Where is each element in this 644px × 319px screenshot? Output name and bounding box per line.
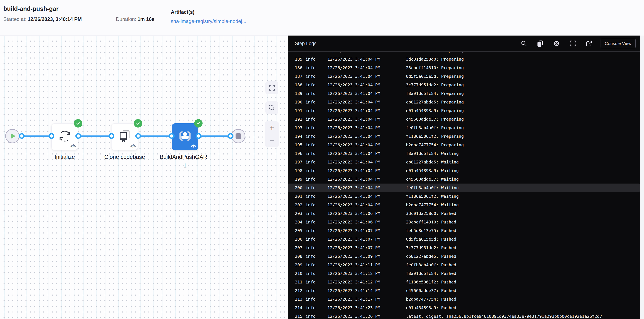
- log-row[interactable]: 201info12/26/2023 3:41:04 PMf1186e5061f2…: [288, 192, 640, 201]
- fit-view-icon: [268, 84, 276, 91]
- log-level: info: [306, 303, 316, 312]
- log-line-number: 190: [295, 100, 302, 105]
- log-row[interactable]: 200info12/26/2023 3:41:04 PMfe0fb3ab4a0f…: [288, 184, 640, 192]
- log-level: info: [306, 184, 316, 192]
- log-timestamp: 12/26/2023 3:41:04 PM: [328, 81, 380, 89]
- log-message: f1186e5061f2: Waiting: [406, 192, 459, 201]
- log-row[interactable]: 188info12/26/2023 3:41:04 PM3c777d951de2…: [288, 81, 640, 89]
- settings-gear-icon[interactable]: [553, 40, 560, 47]
- log-timestamp: 12/26/2023 3:41:04 PM: [328, 149, 380, 158]
- log-message: 23cbeff14310: Pushed: [406, 218, 456, 226]
- console-view-button[interactable]: Console View: [600, 39, 636, 48]
- log-row[interactable]: 212info12/26/2023 3:41:14 PMc45660adde37…: [288, 286, 640, 295]
- log-row[interactable]: 198info12/26/2023 3:41:04 PMe01a454893a9…: [288, 166, 640, 175]
- log-message: cb81227abde5: Waiting: [406, 158, 459, 166]
- log-level: info: [306, 226, 316, 235]
- log-row[interactable]: 213info12/26/2023 3:41:17 PMb2dba7477754…: [288, 295, 640, 303]
- log-row[interactable]: 215info12/26/2023 3:41:26 PMlatest: dige…: [288, 312, 640, 319]
- log-message: 3dc01da258d0: Pushed: [406, 209, 456, 218]
- log-message: b2dba7477754: Waiting: [406, 201, 459, 209]
- log-row[interactable]: 210info12/26/2023 3:41:12 PMf8a91dd5fc84…: [288, 269, 640, 278]
- log-timestamp: 12/26/2023 3:41:04 PM: [328, 89, 380, 98]
- log-line-number: 185: [295, 57, 302, 62]
- log-row[interactable]: 197info12/26/2023 3:41:04 PMcb81227abde5…: [288, 158, 640, 166]
- log-level: info: [306, 166, 316, 175]
- log-timestamp: 12/26/2023 3:41:04 PM: [328, 72, 380, 81]
- log-row[interactable]: 202info12/26/2023 3:41:04 PMb2dba7477754…: [288, 201, 640, 209]
- start-node[interactable]: [5, 129, 20, 143]
- log-line-number: 211: [295, 279, 302, 284]
- log-row[interactable]: 203info12/26/2023 3:41:06 PM3dc01da258d0…: [288, 209, 640, 218]
- log-row[interactable]: 187info12/26/2023 3:41:04 PM0d5f5a015e5d…: [288, 72, 640, 81]
- marquee-select-button[interactable]: [266, 101, 278, 114]
- log-row[interactable]: 194info12/26/2023 3:41:04 PMf1186e5061f2…: [288, 132, 640, 141]
- log-level: info: [306, 132, 316, 141]
- log-line-number: 208: [295, 254, 302, 259]
- log-row[interactable]: 190info12/26/2023 3:41:04 PMcb81227abde5…: [288, 98, 640, 106]
- log-timestamp: 12/26/2023 3:41:14 PM: [328, 286, 380, 295]
- log-row[interactable]: 199info12/26/2023 3:41:04 PMc45660adde37…: [288, 175, 640, 184]
- log-row[interactable]: 214info12/26/2023 3:41:23 PMe01a454893a9…: [288, 303, 640, 312]
- log-row[interactable]: 206info12/26/2023 3:41:07 PM0d5f5a015e5d…: [288, 235, 640, 243]
- clone-success-badge: [134, 119, 142, 128]
- log-timestamp: 12/26/2023 3:41:04 PM: [328, 52, 380, 55]
- log-row[interactable]: 185info12/26/2023 3:41:04 PM3dc01da258d0…: [288, 55, 640, 64]
- log-row[interactable]: 208info12/26/2023 3:41:09 PMcb81227abde5…: [288, 252, 640, 261]
- log-line-number: 189: [295, 91, 302, 96]
- log-row[interactable]: 196info12/26/2023 3:41:04 PMf8a91dd5fc84…: [288, 149, 640, 158]
- artifact-registry-icon: [177, 128, 193, 144]
- log-timestamp: 12/26/2023 3:41:04 PM: [328, 158, 380, 166]
- log-row[interactable]: 189info12/26/2023 3:41:04 PMf8a91dd5fc84…: [288, 89, 640, 98]
- header-divider: [162, 5, 162, 29]
- log-line-number: 202: [295, 202, 302, 207]
- log-timestamp: 12/26/2023 3:41:04 PM: [328, 115, 380, 124]
- node-port: [19, 133, 25, 139]
- log-row[interactable]: 209info12/26/2023 3:41:11 PMfe0fb3ab4a0f…: [288, 261, 640, 269]
- log-message: f8a91dd5fc84: Pushed: [406, 269, 456, 278]
- log-message: fe0fb3ab4a0f: Waiting: [406, 184, 459, 192]
- fit-view-button[interactable]: [266, 81, 278, 94]
- log-row[interactable]: 204info12/26/2023 3:41:06 PM23cbeff14310…: [288, 218, 640, 226]
- fullscreen-icon[interactable]: [569, 40, 576, 47]
- step-node-build-and-push-gar[interactable]: </>: [172, 123, 198, 150]
- copy-icon[interactable]: [537, 40, 544, 47]
- log-row[interactable]: 211info12/26/2023 3:41:12 PMf1186e5061f2…: [288, 278, 640, 286]
- zoom-controls: + −: [265, 121, 279, 147]
- log-row[interactable]: 184info12/26/2023 3:41:04 PMfeb5d8d13e75…: [288, 52, 640, 55]
- log-message: fe0fb3ab4a0f: Pushed: [406, 261, 456, 269]
- log-row[interactable]: 191info12/26/2023 3:41:04 PMe01a454893a9…: [288, 106, 640, 115]
- log-row[interactable]: 192info12/26/2023 3:41:04 PMc45660adde37…: [288, 115, 640, 124]
- log-row[interactable]: 186info12/26/2023 3:41:04 PM23cbeff14310…: [288, 64, 640, 72]
- duration-value: 1m 16s: [138, 16, 154, 22]
- log-level: info: [306, 81, 316, 89]
- log-row[interactable]: 195info12/26/2023 3:41:04 PMb2dba7477754…: [288, 141, 640, 149]
- search-icon[interactable]: [520, 40, 528, 47]
- step-node-initialize[interactable]: </>: [51, 123, 78, 150]
- log-area[interactable]: 184info12/26/2023 3:41:04 PMfeb5d8d13e75…: [288, 52, 640, 319]
- edge-build-end: [198, 135, 230, 137]
- log-level: info: [306, 149, 316, 158]
- log-level: info: [306, 286, 316, 295]
- step-node-clone-codebase[interactable]: </>: [111, 123, 138, 150]
- node-port: [108, 133, 114, 139]
- scrollbar-track[interactable]: [640, 36, 644, 319]
- log-line-number: 201: [295, 194, 302, 199]
- log-level: info: [306, 218, 316, 226]
- pipeline-canvas[interactable]: </> Initialize </> Clone codebase: [0, 36, 288, 319]
- log-row[interactable]: 207info12/26/2023 3:41:07 PM3c777d951de2…: [288, 243, 640, 252]
- build-success-badge: [194, 119, 202, 128]
- log-line-number: 210: [295, 271, 302, 276]
- node-label-build-and-push-gar: BuildAndPushGAR_1: [159, 153, 211, 170]
- log-message: 0d5f5a015e5d: Preparing: [406, 72, 464, 81]
- zoom-in-button[interactable]: +: [265, 121, 279, 134]
- log-timestamp: 12/26/2023 3:41:04 PM: [328, 132, 380, 141]
- zoom-out-button[interactable]: −: [265, 134, 279, 147]
- log-timestamp: 12/26/2023 3:41:07 PM: [328, 226, 380, 235]
- log-row[interactable]: 205info12/26/2023 3:41:07 PMfeb5d8d13e75…: [288, 226, 640, 235]
- artifact-link[interactable]: sna-image-registry/simple-nodej...: [171, 19, 246, 24]
- log-message: 3c777d951de2: Pushed: [406, 243, 456, 252]
- open-in-new-icon[interactable]: [586, 40, 593, 47]
- log-row[interactable]: 193info12/26/2023 3:41:04 PMfe0fb3ab4a0f…: [288, 124, 640, 132]
- log-message: c45660adde37: Pushed: [406, 286, 456, 295]
- log-timestamp: 12/26/2023 3:41:09 PM: [328, 252, 380, 261]
